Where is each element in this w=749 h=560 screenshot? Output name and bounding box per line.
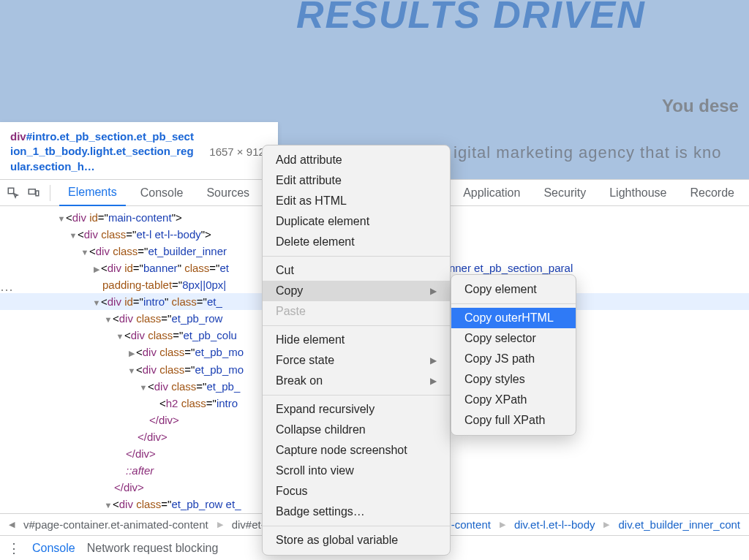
menu-paste: Paste: [263, 301, 450, 322]
menu-duplicate[interactable]: Duplicate element: [263, 211, 450, 232]
inspect-icon[interactable]: [6, 186, 20, 200]
breadcrumb-item[interactable]: v#page-container.et-animated-content: [20, 518, 211, 531]
menu-expand[interactable]: Expand recursively: [263, 399, 450, 420]
breadcrumb-item[interactable]: div.et-l.et-l--body: [511, 518, 598, 531]
menu-store[interactable]: Store as global variable: [263, 530, 450, 550]
menu-focus[interactable]: Focus: [263, 481, 450, 502]
menu-edit-attribute[interactable]: Edit attribute: [263, 170, 450, 191]
context-menu: Add attribute Edit attribute Edit as HTM…: [262, 145, 451, 556]
menu-break-on[interactable]: Break on▶: [263, 371, 450, 391]
chevron-right-icon: ▶: [430, 376, 437, 386]
kebab-icon[interactable]: ⋮: [7, 540, 20, 556]
tooltip-selector: div#intro.et_pb_section.et_pb_section_1_…: [10, 129, 197, 174]
menu-capture[interactable]: Capture node screenshot: [263, 440, 450, 461]
submenu-copy-element[interactable]: Copy element: [451, 279, 576, 300]
menu-badge[interactable]: Badge settings…: [263, 502, 450, 522]
menu-copy[interactable]: Copy▶: [263, 281, 450, 301]
submenu-copy-selector[interactable]: Copy selector: [451, 328, 576, 349]
tab-elements[interactable]: Elements: [59, 180, 126, 206]
drawer-tab-network[interactable]: Network request blocking: [87, 542, 219, 555]
tab-application[interactable]: Application: [454, 181, 529, 205]
menu-collapse[interactable]: Collapse children: [263, 420, 450, 440]
hero-sub1: You dese: [662, 96, 739, 116]
svg-rect-2: [36, 191, 39, 196]
element-tooltip: div#intro.et_pb_section.et_pb_section_1_…: [0, 122, 278, 181]
device-icon[interactable]: [26, 186, 41, 200]
menu-force-state[interactable]: Force state▶: [263, 350, 450, 371]
drawer-tab-console[interactable]: Console: [32, 542, 75, 555]
tab-sources[interactable]: Sources: [197, 181, 258, 205]
tab-security[interactable]: Security: [535, 181, 595, 205]
hero-sub2: igital marketing agency that is kno: [453, 143, 721, 162]
tab-console[interactable]: Console: [132, 181, 192, 205]
tab-recorder[interactable]: Recorde: [682, 181, 743, 205]
menu-scroll[interactable]: Scroll into view: [263, 461, 450, 481]
submenu-copy-xpath[interactable]: Copy XPath: [451, 390, 576, 410]
svg-rect-1: [29, 189, 35, 194]
menu-delete[interactable]: Delete element: [263, 232, 450, 252]
tooltip-dimensions: 1657 × 912.: [209, 145, 268, 158]
chevron-right-icon: ▶: [430, 286, 437, 296]
submenu-copy-fullxpath[interactable]: Copy full XPath: [451, 410, 576, 431]
hero-heading: RESULTS DRIVEN: [296, 0, 646, 37]
menu-hide[interactable]: Hide element: [263, 330, 450, 350]
chevron-right-icon: ▶: [430, 355, 437, 366]
gutter-ellipsis[interactable]: ⋯: [0, 281, 12, 299]
copy-submenu: Copy element Copy outerHTML Copy selecto…: [451, 274, 576, 436]
submenu-copy-styles[interactable]: Copy styles: [451, 369, 576, 390]
breadcrumb-item[interactable]: div.et_builder_inner_cont: [615, 518, 743, 531]
tab-lighthouse[interactable]: Lighthouse: [601, 181, 675, 205]
menu-cut[interactable]: Cut: [263, 260, 450, 281]
menu-add-attribute[interactable]: Add attribute: [263, 150, 450, 170]
submenu-copy-jspath[interactable]: Copy JS path: [451, 349, 576, 369]
menu-edit-html[interactable]: Edit as HTML: [263, 191, 450, 211]
submenu-copy-outerhtml[interactable]: Copy outerHTML: [451, 308, 576, 328]
